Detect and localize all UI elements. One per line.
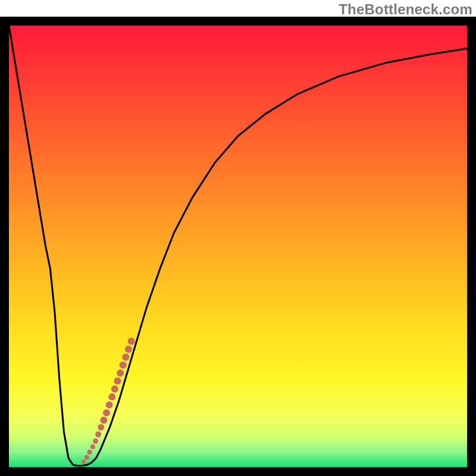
background-rect (9, 26, 467, 467)
axes-border-left (0, 17, 9, 476)
axes-border-bottom (0, 467, 476, 476)
marker-dot (95, 431, 101, 437)
chart-svg (9, 26, 467, 467)
marker-dot (128, 338, 135, 345)
marker-dot (117, 369, 124, 377)
marker-dot (82, 460, 86, 464)
marker-dot (100, 416, 107, 424)
watermark-text: TheBottleneck.com (339, 1, 472, 18)
axes-border-top (0, 17, 476, 26)
marker-dot (103, 409, 110, 416)
marker-dot (114, 377, 121, 384)
marker-dot (108, 393, 115, 400)
marker-dot (125, 346, 132, 353)
marker-dot (87, 450, 92, 455)
marker-dot (120, 362, 127, 369)
axes-border-right (467, 17, 476, 476)
marker-dot (90, 444, 95, 449)
plot-area (0, 17, 476, 476)
marker-dot (106, 401, 113, 408)
marker-dot (84, 455, 89, 460)
marker-dot (122, 353, 129, 361)
marker-dot (111, 386, 118, 393)
marker-dot (93, 439, 98, 444)
chart-stage: TheBottleneck.com (0, 0, 476, 476)
marker-dot (98, 424, 104, 431)
